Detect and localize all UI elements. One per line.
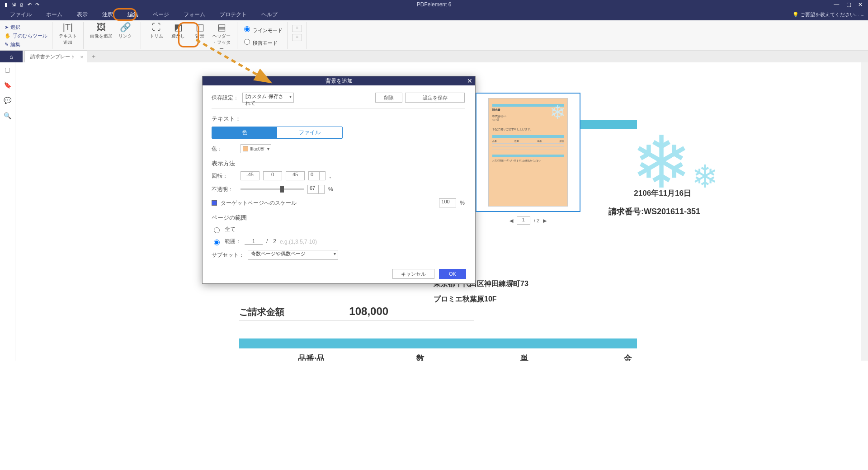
menu-protect[interactable]: プロテクト: [212, 9, 254, 20]
document-tab[interactable]: 請求書テンプレート×: [24, 51, 87, 62]
radio-para-mode[interactable]: 段落モード: [242, 38, 283, 47]
print-icon[interactable]: ⎙: [19, 2, 25, 7]
page-range-label: ページの範囲: [212, 214, 465, 222]
scale-checkbox[interactable]: [212, 200, 217, 206]
ok-button[interactable]: OK: [439, 269, 466, 279]
th-amount: 金額: [624, 353, 637, 361]
scrollbar[interactable]: [861, 62, 868, 361]
new-tab-button[interactable]: +: [87, 53, 100, 60]
range-custom-radio[interactable]: [214, 240, 220, 245]
save-icon[interactable]: 🖫: [10, 2, 17, 7]
add-background-dialog: 背景を追加 ✕ 保存設定： [カスタム-保存されて 削除 設定を保存 テキスト：…: [202, 76, 476, 284]
cancel-button[interactable]: キャンセル: [392, 269, 434, 279]
comments-icon[interactable]: 💬: [4, 97, 11, 104]
menu-view[interactable]: 表示: [70, 9, 95, 20]
source-segment[interactable]: 色 ファイル: [212, 127, 343, 139]
image-icon: 🖼: [97, 22, 106, 32]
align-icon-2[interactable]: ≡: [292, 34, 302, 41]
document-tab-label: 請求書テンプレート: [30, 53, 75, 60]
radio-line-mode[interactable]: ラインモード: [242, 25, 283, 34]
tell-me[interactable]: 💡 ご要望を教えてください... ⌄: [793, 11, 864, 18]
window-controls[interactable]: — ▢ ✕: [834, 1, 865, 8]
menu-form[interactable]: フォーム: [176, 9, 212, 20]
dialog-close-icon[interactable]: ✕: [467, 77, 472, 85]
scale-value[interactable]: 100: [439, 198, 456, 207]
pct-unit-2: %: [460, 200, 465, 206]
quick-access: ▮ 🖫 ⎙ ↶ ↷: [3, 1, 40, 8]
thumbnails-icon[interactable]: ▢: [5, 66, 10, 73]
rot-0[interactable]: 0: [263, 171, 282, 180]
redo-icon[interactable]: ↷: [34, 2, 40, 8]
range-custom-label: 範囲：: [225, 238, 241, 245]
subset-value: 奇数ページや偶数ページ: [251, 251, 306, 256]
home-tab[interactable]: ⌂: [0, 51, 23, 62]
tool-trim-label: トリム: [150, 33, 163, 39]
range-all-label: 全て: [225, 226, 236, 233]
menu-home[interactable]: ホーム: [39, 9, 70, 20]
color-picker[interactable]: fffac08f: [241, 144, 271, 153]
tool-trim[interactable]: ⛶トリム: [146, 22, 167, 39]
range-hint: e.g.(1,3,5,7-10): [280, 239, 317, 245]
menu-edit[interactable]: 編集: [120, 9, 146, 20]
tool-edit[interactable]: ✎編集: [5, 40, 20, 49]
search-icon[interactable]: 🔍: [4, 112, 11, 119]
tool-select[interactable]: ➤選択: [5, 23, 20, 32]
segment-color[interactable]: 色: [212, 127, 277, 138]
menu-annotate[interactable]: 注釈: [95, 9, 120, 20]
dialog-titlebar: 背景を追加 ✕: [203, 76, 475, 85]
table-header-row: 品番·品名 数量 単価 金額: [239, 348, 637, 361]
th-qty: 数量: [416, 353, 429, 361]
titlebar: ▮ 🖫 ⎙ ↶ ↷ PDFelement 6 — ▢ ✕: [0, 0, 868, 9]
hand-icon: ✋: [5, 33, 11, 39]
rotation-label: 回転：: [212, 172, 237, 180]
tool-add-image[interactable]: 🖼画像を追加: [88, 22, 114, 39]
range-all-radio[interactable]: [214, 227, 220, 233]
opacity-slider[interactable]: [241, 188, 304, 190]
undo-icon[interactable]: ↶: [26, 2, 33, 8]
opacity-label: 不透明：: [212, 186, 237, 193]
range-input[interactable]: 1: [245, 238, 263, 245]
tool-header-footer[interactable]: ▤ヘッダー ・フッター: [211, 22, 232, 52]
pager-next-icon[interactable]: ▶: [543, 218, 547, 224]
tool-add-text[interactable]: |T|テキスト 追加: [57, 22, 79, 46]
total-underline: [239, 320, 474, 320]
tool-background[interactable]: ◫背景: [189, 22, 211, 39]
bookmarks-icon[interactable]: 🔖: [4, 81, 11, 89]
subset-select[interactable]: 奇数ページや偶数ページ: [248, 250, 338, 260]
side-rail: ▢ 🔖 💬 🔍: [0, 62, 15, 361]
preset-value: [カスタム-保存されて: [245, 94, 283, 106]
preview-page: ❄ 請求書 株式会社○○○○ 様________________ 下記の通りご請…: [488, 98, 568, 207]
pager-input[interactable]: 1: [517, 216, 530, 225]
close-tab-icon[interactable]: ×: [80, 54, 83, 60]
menu-page[interactable]: ページ: [146, 9, 176, 20]
delete-button[interactable]: 削除: [375, 93, 402, 103]
preset-select[interactable]: [カスタム-保存されて: [242, 93, 294, 103]
tool-hand[interactable]: ✋手のひらツール: [5, 32, 47, 40]
rot-value[interactable]: 0: [308, 171, 326, 180]
th-price: 単価: [520, 353, 533, 361]
total-label: ご請求金額: [239, 306, 284, 318]
text-section-label: テキスト：: [212, 115, 465, 123]
menu-help[interactable]: ヘルプ: [254, 9, 285, 20]
edit-icon: ✎: [5, 42, 9, 47]
menu-file[interactable]: ファイル: [3, 9, 39, 20]
address-line-2: プロミエ秋葉原10F: [434, 295, 497, 304]
link-icon: 🔗: [120, 22, 131, 32]
cursor-icon: ➤: [5, 24, 9, 30]
preview-snowflake-icon: ❄: [550, 101, 566, 123]
segment-file[interactable]: ファイル: [277, 127, 342, 138]
subset-label: サブセット：: [212, 251, 244, 259]
rot-45[interactable]: 45: [286, 171, 305, 180]
opacity-value[interactable]: 67: [307, 185, 325, 194]
tool-link[interactable]: 🔗リンク: [114, 22, 136, 39]
tool-watermark[interactable]: ◩透かし: [167, 22, 189, 39]
preview-pager: ◀ 1 / 2 ▶: [476, 216, 580, 225]
pager-prev-icon[interactable]: ◀: [509, 218, 513, 224]
save-settings-label: 保存設定：: [212, 94, 239, 102]
crop-icon: ⛶: [152, 22, 161, 32]
align-icon-1[interactable]: ≡: [292, 25, 302, 32]
rot-neg45[interactable]: -45: [241, 171, 259, 180]
save-settings-button[interactable]: 設定を保存: [405, 93, 465, 103]
display-method-label: 表示方法: [212, 160, 465, 168]
range-total: / 2: [266, 238, 276, 245]
